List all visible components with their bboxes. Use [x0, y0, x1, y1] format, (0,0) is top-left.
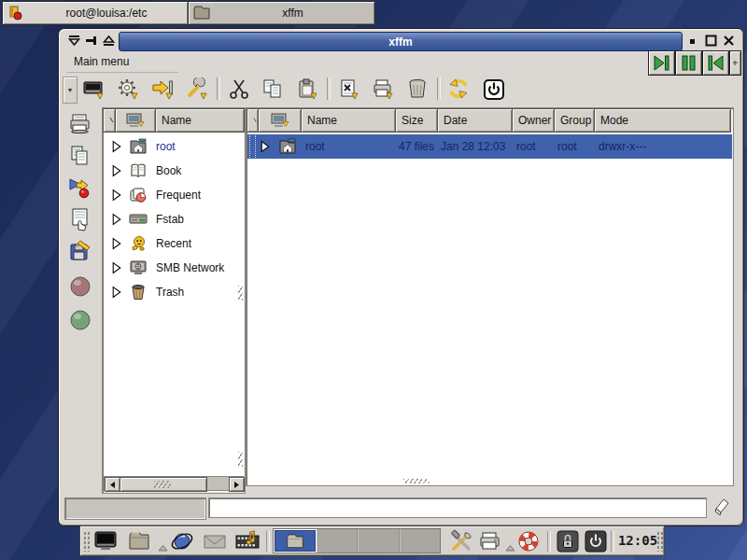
cut-scissors-icon[interactable] [224, 76, 254, 103]
file-row-root[interactable]: root 47 files Jan 28 12:03 root root drw… [247, 134, 732, 159]
shade-icon[interactable] [66, 33, 82, 49]
titlebar[interactable]: xffm [119, 32, 683, 51]
panel-file-manager-icon[interactable] [127, 529, 151, 553]
scroll-left-icon[interactable] [105, 477, 120, 492]
computer-icon [126, 112, 145, 129]
iconify-icon[interactable] [686, 34, 700, 48]
cell-mode: drwxr-x--- [599, 134, 646, 159]
panel-grip[interactable] [83, 531, 90, 552]
column-header-name[interactable]: Name [301, 108, 396, 133]
tree-item-trash[interactable]: Trash [104, 280, 244, 304]
scrollbar-thumb[interactable] [120, 477, 207, 492]
scroll-right-icon[interactable] [229, 477, 245, 492]
panel-help-lifebuoy-icon[interactable] [516, 529, 541, 553]
panel-separator [611, 531, 614, 552]
tree-item-label: SMB Network [156, 261, 224, 274]
tasklist-item-xffm[interactable] [274, 529, 317, 553]
tasklist-empty-slot[interactable] [358, 529, 400, 553]
side-print-icon[interactable] [67, 111, 93, 137]
stick-pin-icon[interactable] [84, 33, 100, 49]
back-icon[interactable] [702, 50, 729, 76]
expander-icon[interactable] [111, 164, 122, 177]
tree-item-recent[interactable]: Recent [104, 231, 244, 256]
panel-multimedia-icon[interactable] [235, 529, 260, 553]
expander-icon[interactable] [111, 189, 122, 202]
nav-more-button[interactable] [729, 50, 741, 76]
tree-item-smb-network[interactable]: SMB Network [104, 256, 244, 280]
tree-item-book[interactable]: Book [104, 159, 244, 183]
fstab-drive-icon [128, 210, 148, 229]
maximize-icon[interactable] [704, 34, 718, 48]
tree-item-label: Fstab [156, 213, 184, 226]
side-sphere-green-icon[interactable] [67, 307, 93, 333]
tree-item-root[interactable]: root [104, 134, 244, 159]
panel-mail-icon[interactable] [203, 529, 227, 553]
tasklist-empty-slot[interactable] [317, 529, 359, 553]
panel-web-browser-icon[interactable] [170, 529, 194, 553]
terminal-icon[interactable] [79, 76, 109, 103]
tree-resize-grip[interactable] [238, 286, 243, 301]
main-menu[interactable]: Main menu [74, 55, 129, 68]
panel-separator [547, 531, 551, 552]
column-header-size[interactable]: Size [395, 108, 438, 133]
eraser-icon[interactable] [712, 496, 732, 518]
column-header-date[interactable]: Date [437, 108, 513, 133]
side-save-icon[interactable] [67, 238, 93, 264]
expander-icon[interactable] [111, 140, 122, 153]
panel-print-icon[interactable] [477, 529, 501, 553]
side-run-icon[interactable] [67, 175, 93, 201]
toolbar-collapse-button[interactable]: ▾ [63, 77, 78, 104]
tree-item-fstab[interactable]: Fstab [104, 207, 244, 231]
taskbar-button-label: root@louisa:/etc [25, 7, 188, 20]
expander-icon[interactable] [111, 213, 122, 226]
expander-icon[interactable] [111, 286, 122, 299]
print-icon[interactable] [369, 76, 399, 103]
row-drag-handle[interactable] [249, 135, 256, 158]
settings-gear-icon[interactable] [114, 76, 144, 103]
close-icon[interactable] [722, 34, 736, 48]
expander-icon[interactable] [111, 261, 122, 274]
list-resize-grip[interactable] [403, 479, 430, 483]
tree-item-frequent[interactable]: Frequent [104, 183, 244, 207]
reload-icon[interactable] [444, 76, 474, 103]
taskbar-button-terminal[interactable]: root@louisa:/etc [2, 1, 189, 25]
list-computer-header[interactable] [258, 108, 302, 133]
column-header-owner[interactable]: Owner [512, 108, 555, 133]
panel-terminal-icon[interactable] [93, 529, 118, 553]
tree-corner-button[interactable] [103, 108, 116, 133]
cell-name: root [305, 134, 325, 159]
tools-wrench-icon[interactable] [183, 76, 213, 103]
script-icon[interactable] [334, 76, 364, 103]
tree-hscrollbar[interactable] [104, 476, 244, 491]
tree-resize-grip[interactable] [238, 452, 243, 467]
side-sphere-red-icon[interactable] [67, 273, 93, 300]
popup-arrow-icon[interactable] [157, 536, 168, 560]
paste-icon[interactable] [293, 76, 323, 103]
side-copy-documents-icon[interactable] [67, 143, 93, 169]
expander-icon[interactable] [111, 237, 122, 250]
go-to-icon[interactable] [148, 76, 178, 103]
quit-power-icon[interactable] [479, 76, 509, 103]
pause-icon[interactable] [675, 50, 702, 76]
forward-icon[interactable] [648, 50, 675, 76]
folder-icon [192, 4, 211, 22]
trash-icon[interactable] [403, 76, 433, 103]
panel-quit-power-icon[interactable] [584, 529, 608, 553]
panel-lock-icon[interactable] [556, 529, 580, 553]
tree-name-header[interactable]: Name [155, 108, 245, 133]
tasklist-empty-slot[interactable] [400, 529, 441, 553]
unshade-icon[interactable] [101, 33, 117, 49]
panel-tools-icon[interactable] [449, 529, 473, 553]
taskbar-button-xffm[interactable]: xffm [188, 1, 375, 25]
panel-grip[interactable] [656, 531, 663, 552]
column-header-group[interactable]: Group [554, 108, 595, 133]
copy-icon[interactable] [259, 76, 289, 103]
column-header-label: Mode [600, 114, 628, 127]
status-entry[interactable] [208, 497, 707, 518]
tree-computer-header[interactable] [115, 108, 156, 133]
popup-arrow-icon[interactable] [504, 536, 515, 560]
side-touch-icon[interactable] [67, 206, 93, 232]
expander-icon[interactable] [260, 140, 271, 153]
panel-clock[interactable]: 12:05 [616, 533, 659, 548]
column-header-mode[interactable]: Mode [594, 108, 731, 133]
